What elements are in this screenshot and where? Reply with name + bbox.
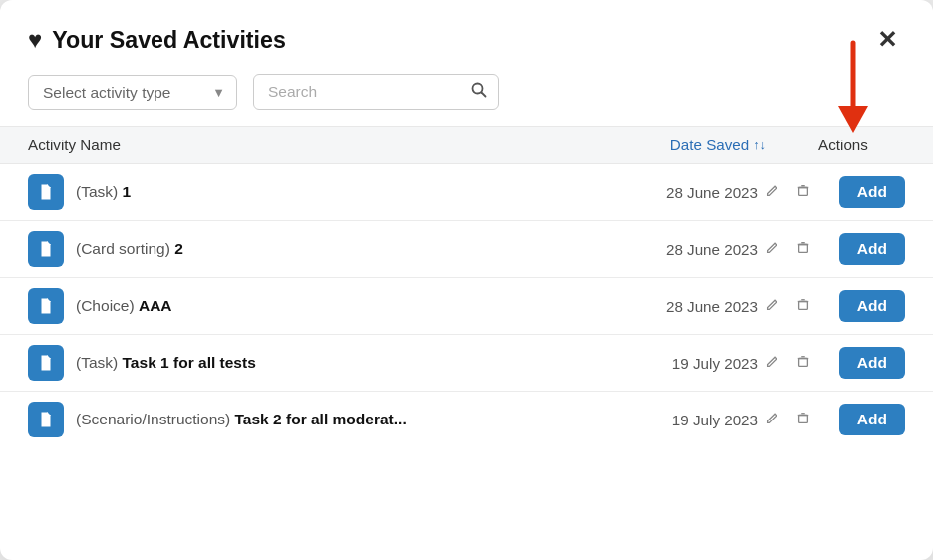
delete-button-0[interactable] xyxy=(791,179,815,206)
row-date-1: 28 June 2023 xyxy=(586,241,766,258)
filters-row: Select activity type All Task Card sorti… xyxy=(0,74,933,126)
activity-type-select-wrapper: Select activity type All Task Card sorti… xyxy=(28,75,237,110)
search-wrapper xyxy=(253,74,499,110)
row-actions-0: Add xyxy=(766,176,905,208)
edit-button-3[interactable] xyxy=(760,350,783,377)
row-name-3: (Task) Task 1 for all tests xyxy=(76,354,586,372)
row-icon-2 xyxy=(28,288,64,324)
sort-arrows-icon: ↑↓ xyxy=(753,138,766,152)
search-icon xyxy=(471,82,487,98)
row-icon-4 xyxy=(28,402,64,437)
row-date-4: 19 July 2023 xyxy=(586,412,766,428)
table-row: (Choice) AAA 28 June 2023 Add xyxy=(0,278,933,335)
col-header-date[interactable]: Date Saved ↑↓ xyxy=(586,137,766,153)
row-name-4: (Scenario/Instructions) Task 2 for all m… xyxy=(76,411,586,428)
add-button-2[interactable]: Add xyxy=(839,290,905,322)
add-button-0[interactable]: Add xyxy=(839,176,905,208)
edit-button-2[interactable] xyxy=(760,293,783,320)
saved-activities-modal: ♥ Your Saved Activities ✕ Select activit… xyxy=(0,0,933,560)
delete-button-2[interactable] xyxy=(791,293,815,320)
row-actions-3: Add xyxy=(766,347,905,379)
row-date-3: 19 July 2023 xyxy=(586,355,766,372)
search-icon-button[interactable] xyxy=(469,80,489,105)
table-row: (Card sorting) 2 28 June 2023 Add xyxy=(0,221,933,278)
svg-line-3 xyxy=(482,92,486,96)
modal-title-text: Your Saved Activities xyxy=(52,27,286,54)
table-row: (Task) Task 1 for all tests 19 July 2023… xyxy=(0,335,933,392)
col-header-actions: Actions xyxy=(766,137,905,153)
edit-button-1[interactable] xyxy=(760,236,783,263)
edit-button-0[interactable] xyxy=(760,179,783,206)
add-button-4[interactable]: Add xyxy=(839,404,905,435)
delete-button-1[interactable] xyxy=(791,236,815,263)
table-row: (Scenario/Instructions) Task 2 for all m… xyxy=(0,392,933,447)
svg-rect-25 xyxy=(798,358,807,366)
table-body: (Task) 1 28 June 2023 Add (Card sorting)… xyxy=(0,164,933,447)
edit-button-4[interactable] xyxy=(760,407,783,433)
row-icon-0 xyxy=(28,174,64,210)
heart-icon: ♥ xyxy=(28,26,42,54)
add-button-3[interactable]: Add xyxy=(839,347,905,379)
table-row: (Task) 1 28 June 2023 Add xyxy=(0,164,933,221)
svg-rect-19 xyxy=(798,301,807,309)
row-icon-3 xyxy=(28,345,64,381)
svg-rect-13 xyxy=(798,244,807,252)
modal-header: ♥ Your Saved Activities ✕ xyxy=(0,0,933,74)
row-name-2: (Choice) AAA xyxy=(76,297,586,315)
delete-button-3[interactable] xyxy=(791,350,815,377)
row-name-1: (Card sorting) 2 xyxy=(76,240,586,258)
row-actions-1: Add xyxy=(766,233,905,265)
delete-button-4[interactable] xyxy=(791,407,815,433)
svg-rect-31 xyxy=(798,415,807,422)
row-name-0: (Task) 1 xyxy=(76,183,586,201)
add-button-1[interactable]: Add xyxy=(839,233,905,265)
modal-title: ♥ Your Saved Activities xyxy=(28,26,286,54)
col-header-name: Activity Name xyxy=(28,137,586,153)
close-button[interactable]: ✕ xyxy=(869,22,905,58)
row-icon-1 xyxy=(28,231,64,267)
row-actions-2: Add xyxy=(766,290,905,322)
svg-rect-7 xyxy=(798,187,807,195)
activity-type-select[interactable]: Select activity type All Task Card sorti… xyxy=(28,75,237,110)
row-actions-4: Add xyxy=(766,404,905,435)
search-input[interactable] xyxy=(253,74,499,110)
table-header: Activity Name Date Saved ↑↓ Actions xyxy=(0,126,933,164)
row-date-0: 28 June 2023 xyxy=(586,184,766,201)
row-date-2: 28 June 2023 xyxy=(586,298,766,315)
